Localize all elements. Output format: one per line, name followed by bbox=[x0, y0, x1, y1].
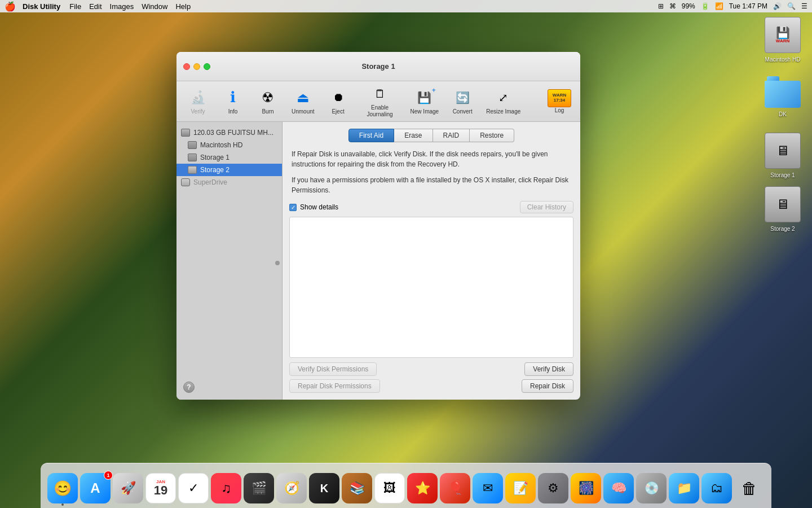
sidebar-item-superdrive[interactable]: SuperDrive bbox=[176, 176, 282, 189]
menu-window[interactable]: Window bbox=[142, 2, 167, 11]
info-icon: ℹ bbox=[224, 89, 242, 107]
dock-launchpad[interactable]: 🚀 bbox=[113, 473, 143, 503]
safari-icon: 🧭 bbox=[284, 481, 299, 496]
toolbar-convert-btn[interactable]: 🔄 Convert bbox=[445, 85, 479, 118]
dock-safari[interactable]: 🧭 bbox=[276, 473, 307, 503]
toolbar-new-image-btn[interactable]: 💾 + New Image bbox=[405, 85, 445, 118]
desktop-dk-folder[interactable]: DK bbox=[765, 76, 801, 117]
dock-dvd[interactable]: 💿 bbox=[636, 473, 667, 503]
dock-trash[interactable]: 🗑 bbox=[734, 473, 765, 503]
dock-imovie[interactable]: 🎬 bbox=[244, 473, 274, 503]
repair-disk-button[interactable]: Repair Disk bbox=[522, 379, 573, 393]
dock-books[interactable]: 📚 bbox=[342, 473, 372, 503]
dock-itunes[interactable]: ♫ bbox=[211, 473, 241, 503]
trash-icon: 🗑 bbox=[742, 479, 757, 498]
dock-calendar[interactable]: JAN 19 bbox=[145, 473, 176, 503]
syspref-icon: ⚙ bbox=[548, 481, 559, 496]
verify-disk-permissions-button[interactable]: Verify Disk Permissions bbox=[289, 362, 377, 376]
itunes-icon: ♫ bbox=[221, 480, 231, 496]
tab-raid[interactable]: RAID bbox=[433, 129, 470, 142]
toolbar-eject-btn[interactable]: ⏺ Eject bbox=[321, 85, 355, 118]
sidebar-item-fujitsu[interactable]: 120.03 GB FUJITSU MH... bbox=[176, 126, 282, 139]
dock-preview[interactable]: 🖼 bbox=[374, 473, 405, 503]
resize-image-icon: ⤢ bbox=[495, 89, 513, 107]
verify-disk-button[interactable]: Verify Disk bbox=[524, 362, 573, 376]
show-details-checkbox[interactable]: ✓ bbox=[289, 204, 297, 211]
menu-extra-icon[interactable]: ☰ bbox=[801, 2, 807, 10]
verify-label: Verify bbox=[191, 108, 205, 115]
appstore-badge: 1 bbox=[104, 471, 113, 480]
dock-stickies[interactable]: 📝 bbox=[505, 473, 536, 503]
desktop-storage1-icon[interactable]: 🖥 Storage 1 bbox=[765, 133, 801, 178]
desktop-storage2-icon[interactable]: 🖥 Storage 2 bbox=[765, 186, 801, 232]
toolbar-info-btn[interactable]: ℹ Info bbox=[216, 85, 250, 118]
show-details-left: ✓ Show details bbox=[289, 203, 338, 211]
dvd-icon: 💿 bbox=[644, 481, 659, 496]
menu-edit[interactable]: Edit bbox=[89, 2, 102, 11]
dock-finder[interactable]: 😊 bbox=[47, 473, 78, 503]
toolbar-log-btn[interactable]: WARN17:34 Log bbox=[543, 87, 576, 116]
brain-icon: 🧠 bbox=[611, 481, 626, 496]
toolbar-resize-image-btn[interactable]: ⤢ Resize Image bbox=[480, 85, 526, 118]
sidebar-item-storage2[interactable]: Storage 2 bbox=[176, 164, 282, 176]
search-icon[interactable]: 🔍 bbox=[787, 2, 796, 10]
burst-icon: 🎆 bbox=[579, 481, 594, 496]
sidebar-item-storage1[interactable]: Storage 1 bbox=[176, 151, 282, 164]
menu-images[interactable]: Images bbox=[110, 2, 134, 11]
new-image-icon: 💾 + bbox=[416, 89, 434, 107]
dock-kindle[interactable]: K bbox=[309, 473, 339, 503]
kindle-icon: K bbox=[320, 482, 328, 495]
bluetooth-icon: ⌘ bbox=[669, 2, 676, 10]
tab-first-aid[interactable]: First Aid bbox=[348, 129, 394, 142]
toolbar-verify-btn[interactable]: 🔬 Verify bbox=[181, 85, 215, 118]
imovie-icon: 🎬 bbox=[251, 481, 267, 496]
maximize-button[interactable] bbox=[204, 63, 210, 70]
burn-icon: ☢ bbox=[259, 89, 277, 107]
reminders-icon: ✓ bbox=[188, 481, 198, 496]
finder2-icon: 🗂 bbox=[710, 481, 723, 496]
sidebar-item-macintosh-hd[interactable]: Macintosh HD bbox=[176, 139, 282, 151]
tab-restore[interactable]: Restore bbox=[470, 129, 514, 142]
enable-journaling-label: Enable Journaling bbox=[362, 104, 398, 118]
dock-mail[interactable]: ✉ bbox=[473, 473, 503, 503]
dock-reminders[interactable]: ✓ bbox=[178, 473, 209, 503]
files-icon: 📁 bbox=[677, 481, 692, 496]
dock-balloons[interactable]: 🎈 bbox=[440, 473, 470, 503]
desktop-macintosh-hd-icon[interactable]: 💾 WARN Macintosh HD bbox=[765, 17, 801, 63]
toolbar-burn-btn[interactable]: ☢ Burn bbox=[251, 85, 285, 118]
dock-appstore[interactable]: A 1 bbox=[80, 473, 111, 503]
btn-row-top: Verify Disk Permissions Verify Disk bbox=[289, 362, 573, 376]
tab-erase[interactable]: Erase bbox=[394, 129, 433, 142]
menu-help[interactable]: Help bbox=[175, 2, 191, 11]
dock-syspref[interactable]: ⚙ bbox=[538, 473, 568, 503]
clear-history-button[interactable]: Clear History bbox=[520, 201, 573, 213]
convert-icon: 🔄 bbox=[453, 89, 471, 107]
menu-file[interactable]: File bbox=[69, 2, 81, 11]
dock-finder2[interactable]: 🗂 bbox=[701, 473, 732, 503]
grid-icon: ⊞ bbox=[658, 2, 664, 10]
launchpad-icon: 🚀 bbox=[121, 481, 136, 496]
help-button[interactable]: ? bbox=[183, 382, 195, 393]
apple-menu[interactable]: 🍎 bbox=[5, 1, 16, 12]
toolbar-enable-journaling-btn[interactable]: 🗒 Enable Journaling bbox=[356, 81, 404, 121]
bottom-buttons: Verify Disk Permissions Verify Disk Repa… bbox=[289, 362, 573, 393]
disk-icon-main bbox=[181, 129, 190, 137]
toolbar: 🔬 Verify ℹ Info ☢ Burn ⏏ Unmount ⏺ Eject… bbox=[176, 81, 580, 122]
dock-istar[interactable]: ⭐ bbox=[407, 473, 438, 503]
dock: 😊 A 1 🚀 JAN 19 ✓ ♫ 🎬 🧭 K 📚 🖼 ⭐ bbox=[41, 463, 771, 508]
log-icon: WARN17:34 bbox=[548, 89, 571, 107]
sidebar-macintosh-label: Macintosh HD bbox=[200, 141, 242, 149]
desktop-storage2-label: Storage 2 bbox=[770, 226, 795, 232]
sidebar-fujitsu-label: 120.03 GB FUJITSU MH... bbox=[193, 129, 273, 137]
minimize-button[interactable] bbox=[193, 63, 200, 70]
toolbar-unmount-btn[interactable]: ⏏ Unmount bbox=[286, 85, 320, 118]
desktop-dk-label: DK bbox=[779, 111, 787, 117]
tab-bar: First Aid Erase RAID Restore bbox=[289, 129, 573, 142]
dock-files[interactable]: 📁 bbox=[669, 473, 699, 503]
sidebar-storage1-label: Storage 1 bbox=[200, 154, 230, 161]
repair-disk-permissions-button[interactable]: Repair Disk Permissions bbox=[289, 379, 380, 393]
eject-label: Eject bbox=[332, 108, 344, 115]
close-button[interactable] bbox=[183, 63, 190, 70]
dock-burst[interactable]: 🎆 bbox=[571, 473, 601, 503]
dock-brain[interactable]: 🧠 bbox=[603, 473, 634, 503]
